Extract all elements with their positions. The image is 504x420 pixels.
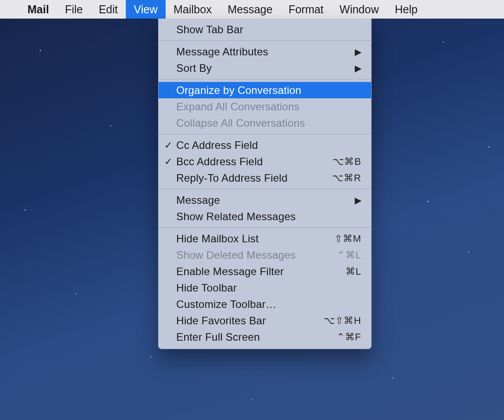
menubar-item-view[interactable]: View	[126, 0, 166, 19]
menu-item-label: Show Related Messages	[176, 210, 361, 223]
menubar-item-window[interactable]: Window	[332, 0, 387, 19]
apple-menu[interactable]	[0, 0, 19, 19]
menu-item-label: Expand All Conversations	[176, 101, 361, 113]
menubar-item-mail[interactable]: Mail	[19, 0, 57, 19]
menubar-item-message[interactable]: Message	[220, 0, 280, 19]
menu-separator	[159, 134, 371, 134]
menubar-item-file[interactable]: File	[57, 0, 91, 19]
menu-item-show-tab-bar[interactable]: Show Tab Bar	[159, 21, 371, 38]
menu-item-shortcut: ⌃⌘F	[337, 331, 361, 343]
menubar-item-label: Mail	[27, 3, 49, 16]
menu-item-shortcut: ⌘L	[345, 266, 361, 277]
menu-item-hide-toolbar[interactable]: Hide Toolbar	[159, 280, 371, 296]
menu-item-shortcut: ⌥⇧⌘H	[324, 315, 361, 327]
menubar-item-label: Help	[395, 3, 417, 16]
menu-item-label: Bcc Address Field	[176, 156, 333, 168]
submenu-arrow-icon: ▶	[355, 195, 361, 206]
submenu-arrow-icon: ▶	[355, 47, 361, 57]
menubar-item-mailbox[interactable]: Mailbox	[166, 0, 220, 19]
menu-item-reply-to-address-field[interactable]: Reply-To Address Field⌥⌘R	[159, 170, 371, 186]
menu-item-label: Cc Address Field	[176, 139, 361, 152]
menubar-item-edit[interactable]: Edit	[91, 0, 126, 19]
menu-item-enter-full-screen[interactable]: Enter Full Screen⌃⌘F	[159, 329, 371, 345]
menu-item-message[interactable]: Message▶	[159, 192, 371, 208]
menu-item-hide-favorites-bar[interactable]: Hide Favorites Bar⌥⇧⌘H	[159, 312, 371, 329]
menu-item-label: Enter Full Screen	[176, 331, 337, 343]
menu-item-hide-mailbox-list[interactable]: Hide Mailbox List⇧⌘M	[159, 230, 371, 247]
menubar-item-label: Mailbox	[174, 3, 212, 16]
menu-item-shortcut: ⌥⌘B	[333, 156, 361, 167]
menu-item-label: Hide Mailbox List	[176, 233, 334, 245]
menu-item-label: Customize Toolbar…	[176, 298, 361, 311]
menu-item-shortcut: ⇧⌘M	[334, 233, 361, 245]
menu-item-label: Show Deleted Messages	[176, 249, 337, 261]
menubar-item-label: Message	[228, 3, 272, 16]
view-menu-dropdown: Show Tab BarMessage Attributes▶Sort By▶O…	[158, 19, 372, 349]
menubar-item-label: File	[65, 3, 83, 16]
menu-item-message-attributes[interactable]: Message Attributes▶	[159, 43, 371, 60]
menu-item-label: Collapse All Conversations	[176, 117, 361, 129]
menu-item-shortcut: ⌥⌘R	[332, 172, 361, 184]
menu-item-customize-toolbar[interactable]: Customize Toolbar…	[159, 296, 371, 312]
menu-item-label: Message	[176, 194, 355, 206]
menu-item-bcc-address-field[interactable]: ✓Bcc Address Field⌥⌘B	[159, 153, 371, 170]
menu-item-label: Sort By	[176, 62, 355, 74]
menu-item-sort-by[interactable]: Sort By▶	[159, 60, 371, 76]
menu-item-label: Enable Message Filter	[176, 265, 345, 278]
menu-item-show-related-messages[interactable]: Show Related Messages	[159, 208, 371, 225]
menu-item-collapse-all-conversations: Collapse All Conversations	[159, 115, 371, 131]
menubar: MailFileEditViewMailboxMessageFormatWind…	[0, 0, 504, 19]
menu-item-label: Hide Toolbar	[176, 282, 361, 294]
menubar-item-label: View	[134, 3, 158, 16]
menu-item-cc-address-field[interactable]: ✓Cc Address Field	[159, 137, 371, 153]
menu-item-shortcut: ⌃⌘L	[337, 249, 361, 261]
menu-separator	[159, 79, 371, 79]
menu-separator	[159, 40, 371, 41]
menu-item-label: Organize by Conversation	[176, 84, 361, 97]
menu-separator	[159, 189, 371, 189]
checkmark-icon: ✓	[164, 140, 172, 151]
menubar-item-format[interactable]: Format	[280, 0, 331, 19]
submenu-arrow-icon: ▶	[355, 63, 361, 74]
menu-item-label: Show Tab Bar	[176, 23, 361, 36]
menubar-item-label: Edit	[99, 3, 118, 16]
menubar-item-label: Format	[288, 3, 323, 16]
menu-item-label: Message Attributes	[176, 46, 355, 58]
menu-item-expand-all-conversations: Expand All Conversations	[159, 98, 371, 115]
menu-separator	[159, 227, 371, 228]
menubar-item-help[interactable]: Help	[387, 0, 425, 19]
menu-item-label: Reply-To Address Field	[176, 172, 332, 184]
menu-item-enable-message-filter[interactable]: Enable Message Filter⌘L	[159, 263, 371, 280]
menubar-item-label: Window	[340, 3, 379, 16]
checkmark-icon: ✓	[164, 156, 172, 167]
menu-item-show-deleted-messages: Show Deleted Messages⌃⌘L	[159, 247, 371, 263]
menu-item-label: Hide Favorites Bar	[176, 315, 324, 327]
menu-item-organize-by-conversation[interactable]: Organize by Conversation	[159, 82, 371, 98]
